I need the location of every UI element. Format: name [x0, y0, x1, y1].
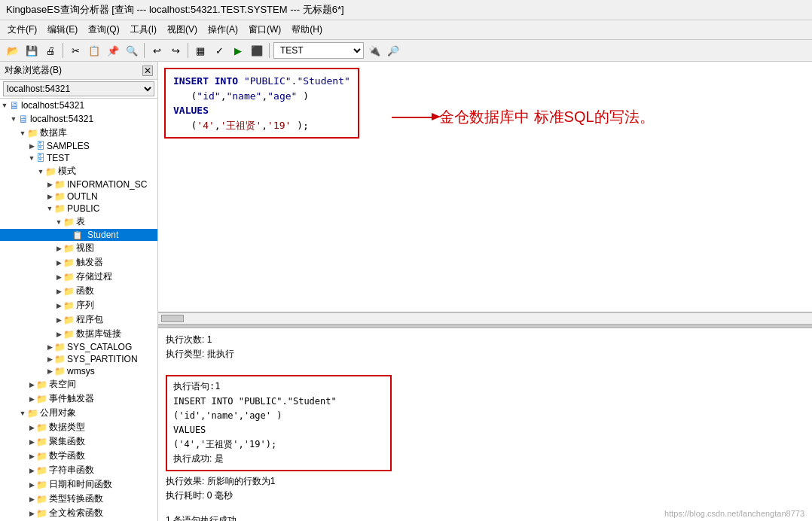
tree-node-triggers[interactable]: ▶📁触发器 [0, 255, 157, 270]
toolbar-sep1 [63, 43, 63, 58]
tree-node-samples[interactable]: ▶🗄SAMPLES [0, 140, 157, 152]
tree-node-seqs[interactable]: ▶📁序列 [0, 298, 157, 312]
close-panel-button[interactable]: ✕ [142, 66, 153, 76]
tree-node-wmsys[interactable]: ▶📁wmsys [0, 365, 157, 377]
tree-node-outln[interactable]: ▶📁OUTLN [0, 190, 157, 203]
tree-node-tablespaces[interactable]: ▶📁表空间 [0, 377, 157, 392]
tree-expand-tables[interactable]: ▼ [54, 218, 63, 226]
tree-expand-views[interactable]: ▶ [54, 245, 63, 252]
tree-node-tables[interactable]: ▼📁表 [0, 215, 157, 229]
tree-node-test[interactable]: ▼🗄TEST [0, 152, 157, 164]
tree-label-views: 视图 [76, 242, 94, 254]
toolbar-redo[interactable]: ↪ [167, 42, 184, 59]
tree-node-evttriggers[interactable]: ▶📁事件触发器 [0, 392, 157, 406]
db-selector[interactable]: TEST [273, 42, 364, 59]
tree-expand-tablespaces[interactable]: ▶ [27, 381, 36, 388]
tree-expand-convfuncs[interactable]: ▶ [27, 495, 36, 503]
menu-tools[interactable]: 工具(I) [126, 22, 161, 38]
tree-expand-databases[interactable]: ▼ [18, 129, 27, 137]
tree-expand-seqs[interactable]: ▶ [54, 302, 63, 309]
tree-expand-funcs[interactable]: ▶ [54, 288, 63, 295]
arrowhead [432, 113, 441, 120]
tree-node-publicobjs[interactable]: ▼📁公用对象 [0, 406, 157, 420]
menu-help[interactable]: 帮助(H) [287, 22, 327, 38]
toolbar-grid[interactable]: ▦ [192, 42, 209, 59]
tree-node-info_schema[interactable]: ▶📁INFORMATION_SC [0, 178, 157, 190]
tree-expand-publicobjs[interactable]: ▼ [18, 410, 27, 417]
tree-expand-pkgs[interactable]: ▶ [54, 316, 63, 324]
tree-node-views[interactable]: ▶📁视图 [0, 241, 157, 255]
tree-icon-syspart: 📁 [54, 354, 66, 364]
tree-node-pkgs[interactable]: ▶📁程序包 [0, 312, 157, 327]
tree-expand-syscat[interactable]: ▶ [45, 343, 54, 351]
tree-node-mathfuncs[interactable]: ▶📁数学函数 [0, 449, 157, 463]
tree-node-datetimefuncs[interactable]: ▶📁日期和时间函数 [0, 477, 157, 492]
tree-node-strfuncs[interactable]: ▶📁字符串函数 [0, 463, 157, 477]
toolbar-find[interactable]: 🔍 [124, 42, 140, 59]
tree-expand-schemas[interactable]: ▼ [36, 168, 45, 175]
tree-expand-outln[interactable]: ▶ [45, 193, 54, 200]
toolbar-stop[interactable]: ⬛ [249, 42, 265, 59]
tree-expand-test[interactable]: ▼ [27, 154, 36, 162]
sql-schema: "PUBLIC" [244, 75, 292, 87]
menu-action[interactable]: 操作(A) [203, 22, 243, 38]
toolbar-paste[interactable]: 📌 [105, 42, 121, 59]
tree-node-dblinks[interactable]: ▶📁数据库链接 [0, 327, 157, 341]
toolbar-search[interactable]: 🔎 [385, 42, 401, 59]
sql-editor-area[interactable]: INSERT INTO "PUBLIC"."Student" ("id","na… [158, 62, 812, 312]
menu-view[interactable]: 视图(V) [163, 22, 202, 38]
tree-expand-evttriggers[interactable]: ▶ [27, 395, 36, 403]
tree-expand-public[interactable]: ▼ [45, 205, 54, 212]
toolbar-connect[interactable]: 🔌 [366, 42, 383, 59]
tree-node-convfuncs[interactable]: ▶📁类型转换函数 [0, 492, 157, 506]
toolbar-check[interactable]: ✓ [211, 42, 227, 59]
tree-expand-wmsys[interactable]: ▶ [45, 367, 54, 375]
tree-node-syscat[interactable]: ▶📁SYS_CATALOG [0, 341, 157, 353]
tree-label-convfuncs: 类型转换函数 [49, 492, 103, 505]
tree-node-server2[interactable]: ▼🖥localhost:54321 [0, 112, 157, 126]
tree-node-datatypes[interactable]: ▶📁数据类型 [0, 420, 157, 434]
tree-node-fulltextfuncs[interactable]: ▶📁全文检索函数 [0, 506, 157, 520]
tree-expand-dblinks[interactable]: ▶ [54, 331, 63, 338]
tree-node-syspart[interactable]: ▶📁SYS_PARTITION [0, 353, 157, 365]
tree-label-tablespaces: 表空间 [49, 378, 76, 391]
tree-expand-triggers[interactable]: ▶ [54, 259, 63, 267]
toolbar-run[interactable]: ▶ [230, 42, 246, 59]
tree-expand-server2[interactable]: ▼ [9, 115, 18, 123]
tree-expand-aggfuncs[interactable]: ▶ [27, 438, 36, 446]
tree-node-funcs[interactable]: ▶📁函数 [0, 284, 157, 298]
tree-icon-pkgs: 📁 [63, 315, 75, 325]
h-scrollbar-thumb[interactable] [161, 315, 184, 322]
toolbar-undo[interactable]: ↩ [148, 42, 165, 59]
menu-query[interactable]: 查询(Q) [84, 22, 124, 38]
tree-expand-datatypes[interactable]: ▶ [27, 424, 36, 431]
menu-window[interactable]: 窗口(W) [244, 22, 285, 38]
tree-expand-samples[interactable]: ▶ [27, 142, 36, 150]
toolbar-print[interactable]: 🖨 [42, 42, 59, 59]
toolbar-copy[interactable]: 📋 [86, 42, 102, 59]
tree-label-triggers: 触发器 [76, 256, 103, 269]
tree-expand-mathfuncs[interactable]: ▶ [27, 452, 36, 460]
h-scrollbar[interactable] [158, 312, 812, 324]
tree-node-server[interactable]: ▼🖥localhost:54321 [0, 99, 157, 112]
tree-expand-server[interactable]: ▼ [0, 102, 9, 109]
toolbar-open[interactable]: 📂 [5, 42, 21, 59]
toolbar-cut[interactable]: ✂ [67, 42, 84, 59]
tree-node-procs[interactable]: ▶📁存储过程 [0, 270, 157, 284]
tree-node-public[interactable]: ▼📁PUBLIC [0, 203, 157, 215]
menu-edit[interactable]: 编辑(E) [43, 22, 82, 38]
tree-expand-procs[interactable]: ▶ [54, 273, 63, 281]
tree-node-student[interactable]: 📋Student [0, 229, 157, 241]
tree-node-aggfuncs[interactable]: ▶📁聚集函数 [0, 434, 157, 449]
menu-file[interactable]: 文件(F) [3, 22, 41, 38]
server-selector[interactable]: localhost:54321 [3, 81, 154, 96]
tree-expand-strfuncs[interactable]: ▶ [27, 467, 36, 474]
tree-expand-fulltextfuncs[interactable]: ▶ [27, 510, 36, 517]
tree-node-schemas[interactable]: ▼📁模式 [0, 164, 157, 178]
toolbar-sep2 [144, 43, 145, 58]
tree-expand-syspart[interactable]: ▶ [45, 355, 54, 363]
tree-expand-datetimefuncs[interactable]: ▶ [27, 481, 36, 489]
tree-node-databases[interactable]: ▼📁数据库 [0, 126, 157, 140]
toolbar-save[interactable]: 💾 [23, 42, 40, 59]
tree-expand-info_schema[interactable]: ▶ [45, 181, 54, 188]
